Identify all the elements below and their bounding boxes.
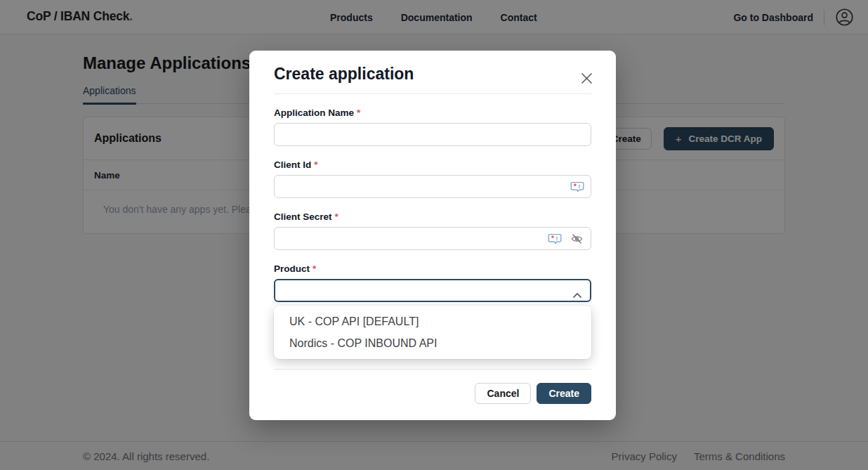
- modal-title-divider: [274, 93, 591, 94]
- chevron-up-icon: [572, 289, 582, 301]
- svg-text:!: !: [579, 183, 581, 190]
- product-options-dropdown: UK - COP API [DEFAULT] Nordics - COP INB…: [274, 306, 591, 359]
- required-marker: *: [335, 211, 338, 222]
- product-option-uk-cop-api[interactable]: UK - COP API [DEFAULT]: [274, 311, 591, 332]
- toggle-password-visibility-icon[interactable]: [570, 227, 584, 250]
- client-secret-label: Client Secret*: [274, 211, 591, 222]
- client-id-input[interactable]: [274, 175, 591, 198]
- create-button-modal[interactable]: Create: [537, 383, 591, 404]
- close-icon[interactable]: [579, 72, 593, 86]
- modal-title: Create application: [274, 63, 591, 84]
- required-marker: *: [313, 263, 316, 274]
- svg-text:*: *: [551, 234, 554, 242]
- product-label: Product*: [274, 263, 591, 274]
- product-select[interactable]: [274, 279, 591, 302]
- required-marker: *: [357, 107, 360, 118]
- client-secret-input[interactable]: [274, 227, 591, 250]
- browser-autofill-icon[interactable]: * !: [548, 227, 562, 250]
- required-marker: *: [314, 159, 317, 170]
- browser-autofill-icon[interactable]: * !: [570, 175, 584, 198]
- svg-text:*: *: [574, 182, 577, 190]
- client-id-label: Client Id*: [274, 159, 591, 170]
- svg-text:!: !: [556, 235, 558, 242]
- application-name-label: Application Name*: [274, 107, 591, 118]
- create-application-modal: Create application Application Name* Cli…: [249, 51, 616, 420]
- cancel-button[interactable]: Cancel: [475, 383, 531, 404]
- application-name-input[interactable]: [274, 123, 591, 146]
- product-option-nordics-cop-inbound-api[interactable]: Nordics - COP INBOUND API: [274, 332, 591, 354]
- modal-footer-divider: [274, 369, 591, 370]
